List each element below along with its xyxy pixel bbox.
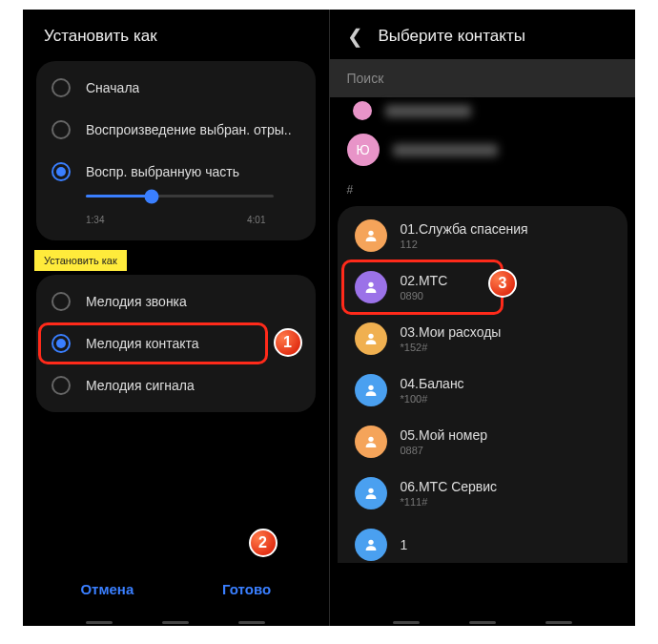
avatar: [355, 271, 387, 303]
svg-point-1: [368, 282, 373, 287]
play-option-selected-part[interactable]: Воспр. выбранную часть: [36, 151, 316, 193]
contact-item[interactable]: 06.МТС Сервис *111#: [338, 467, 628, 519]
recent-contact[interactable]: Ю: [330, 124, 636, 176]
contact-item[interactable]: 1: [338, 519, 628, 563]
nav-hints: [23, 621, 329, 624]
radio-icon: [51, 292, 71, 311]
contact-name-blurred: [385, 105, 471, 117]
step-badge-3: 3: [488, 269, 517, 298]
step-badge-2: 2: [249, 529, 278, 557]
set-as-tag: Установить как: [34, 250, 127, 271]
play-option-start[interactable]: Сначала: [36, 67, 316, 109]
contact-item[interactable]: 04.Баланс *100#: [338, 364, 628, 416]
avatar: [353, 101, 372, 120]
recent-contact[interactable]: [330, 97, 636, 124]
radio-icon: [51, 334, 71, 353]
set-as-alarm[interactable]: Мелодия сигнала: [36, 364, 316, 406]
avatar: [355, 426, 387, 458]
svg-point-0: [368, 231, 373, 236]
avatar: [355, 477, 387, 509]
svg-point-3: [368, 385, 373, 390]
cancel-button[interactable]: Отмена: [57, 570, 156, 609]
step-badge-1: 1: [274, 328, 302, 357]
radio-icon: [51, 78, 71, 97]
playback-options-card: Сначала Воспроизведение выбран. отры.. В…: [36, 61, 316, 240]
contact-item[interactable]: 01.Служба спасения 112: [338, 210, 628, 261]
done-button[interactable]: Готово: [199, 570, 294, 609]
section-header: #: [330, 176, 636, 200]
contact-item[interactable]: 05.Мой номер 0887: [338, 416, 628, 467]
play-option-selected-fragment[interactable]: Воспроизведение выбран. отры..: [36, 109, 316, 151]
svg-point-4: [368, 437, 373, 442]
time-labels: 1:34 4:01: [36, 205, 316, 235]
radio-icon: [51, 162, 71, 181]
header: ❮ Выберите контакты: [330, 10, 636, 59]
search-input[interactable]: Поиск: [330, 59, 636, 97]
avatar: [355, 374, 387, 406]
back-icon[interactable]: ❮: [347, 25, 363, 48]
slider-thumb[interactable]: [144, 189, 158, 203]
contact-item-mts[interactable]: 02.МТС 0890 3: [338, 261, 628, 313]
set-as-card: Мелодия звонка Мелодия контакта 1 Мелоди…: [36, 275, 316, 412]
set-as-ringtone[interactable]: Мелодия звонка: [36, 280, 316, 322]
svg-point-5: [368, 488, 373, 493]
set-as-pane: Установить как Сначала Воспроизведение в…: [23, 10, 330, 626]
avatar: [355, 322, 387, 355]
contact-item[interactable]: 03.Мои расходы *152#: [338, 313, 628, 364]
range-slider[interactable]: [36, 193, 316, 205]
svg-point-6: [368, 540, 373, 545]
avatar: [355, 219, 387, 252]
footer-buttons: Отмена Готово: [23, 570, 329, 609]
radio-icon: [51, 376, 71, 395]
set-as-contact-melody[interactable]: Мелодия контакта 1: [36, 322, 316, 364]
contact-name-blurred: [393, 144, 498, 156]
nav-hints: [330, 621, 636, 624]
avatar: Ю: [347, 134, 380, 166]
page-title: Установить как: [23, 10, 329, 61]
select-contacts-pane: ❮ Выберите контакты Поиск Ю # 01.Служба …: [330, 10, 636, 626]
svg-point-2: [368, 334, 373, 339]
page-title: Выберите контакты: [379, 27, 525, 46]
contacts-list: 01.Служба спасения 112 02.МТС 0890 3 03.…: [338, 206, 628, 563]
radio-icon: [51, 120, 71, 139]
avatar: [355, 529, 387, 561]
